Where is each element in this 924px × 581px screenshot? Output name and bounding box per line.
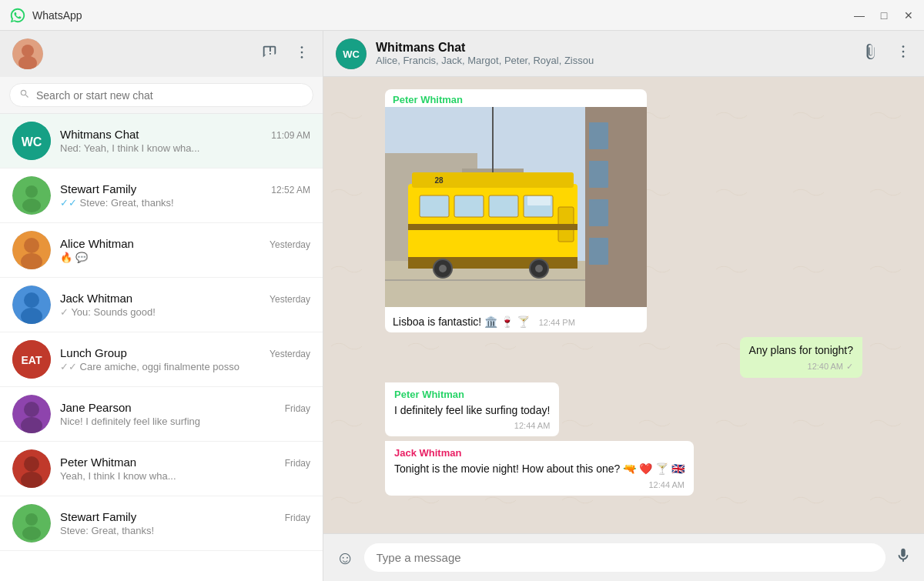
svg-rect-40 (454, 195, 484, 217)
chat-preview: Yeah, I think I know wha... (60, 470, 310, 482)
chat-time: Friday (285, 403, 310, 414)
svg-text:EAT: EAT (22, 354, 42, 366)
maximize-button[interactable]: □ (878, 9, 890, 22)
image-caption: Lisboa is fantastic! 🏛️ 🍷 🍸 12:44 PM (385, 310, 647, 332)
chat-item-lunch-group[interactable]: EAT Lunch Group Yesterday ✓✓ Care amiche… (0, 332, 323, 387)
avatar (12, 231, 51, 269)
svg-rect-56 (589, 238, 608, 265)
svg-point-12 (24, 238, 39, 253)
search-box (9, 83, 313, 107)
user-avatar[interactable] (12, 38, 43, 69)
emoji-button[interactable]: ☺ (336, 547, 355, 569)
chat-name: Alice Whitman (60, 237, 134, 250)
more-options-button[interactable] (895, 43, 912, 64)
svg-rect-43 (527, 196, 551, 205)
chat-time: Friday (285, 513, 310, 523)
message-text: I definitely feel like surfing today! (394, 403, 550, 419)
chat-time: Yesterday (270, 239, 310, 250)
svg-point-15 (24, 292, 39, 308)
svg-point-26 (25, 513, 38, 526)
svg-point-48 (439, 265, 447, 272)
minimize-button[interactable]: — (853, 9, 865, 22)
chat-input-area: ☺ (323, 533, 924, 581)
chat-info: Peter Whitman Friday Yeah, I think I kno… (60, 456, 310, 482)
message-bubble-peter: Peter Whitman I definitely feel like sur… (385, 382, 559, 437)
svg-point-27 (22, 526, 41, 540)
search-input[interactable] (36, 89, 303, 102)
svg-point-5 (301, 56, 303, 58)
chat-item-stewart-family-2[interactable]: Stewart Family Friday Steve: Great, than… (0, 496, 323, 551)
svg-rect-41 (489, 195, 518, 217)
chat-time: 12:52 AM (271, 185, 310, 195)
svg-point-9 (25, 185, 38, 198)
svg-text:WC: WC (343, 48, 360, 60)
messages-area: Peter Whitman (323, 77, 924, 533)
svg-point-3 (301, 46, 303, 48)
message-text: Tonight is the movie night! How about th… (394, 462, 685, 477)
message-bubble-outgoing: Any plans for tonight? 12:40 AM ✓ (740, 337, 862, 378)
svg-rect-54 (589, 161, 608, 188)
svg-rect-45 (408, 224, 578, 230)
sidebar-actions (261, 44, 310, 65)
chat-item-peter-whitman[interactable]: Peter Whitman Friday Yeah, I think I kno… (0, 442, 323, 496)
svg-text:28: 28 (434, 176, 444, 185)
message-meta: 12:44 AM (394, 421, 550, 430)
chat-preview: Steve: Great, thanks! (60, 525, 310, 536)
sidebar-header (0, 31, 323, 77)
chat-preview: ✓✓ Steve: Great, thanks! (60, 197, 310, 209)
chat-item-jane-pearson[interactable]: Jane Pearson Friday Nice! I definitely f… (0, 387, 323, 442)
chat-info: Alice Whitman Yesterday 🔥 💬 (60, 237, 310, 263)
menu-button[interactable] (293, 44, 310, 65)
chat-item-jack-whitman[interactable]: Jack Whitman Yesterday ✓ You: Sounds goo… (0, 278, 323, 332)
group-name: Whitmans Chat (376, 41, 853, 55)
chat-preview: 🔥 💬 (60, 252, 310, 263)
message-sender: Jack Whitman (394, 447, 685, 459)
chat-name: Whitmans Chat (60, 128, 139, 141)
chat-name: Stewart Family (60, 510, 136, 523)
tram-image: 28 (385, 107, 647, 307)
chat-time: Friday (285, 458, 310, 469)
svg-point-13 (21, 253, 42, 269)
svg-point-20 (24, 402, 39, 417)
search-area (0, 77, 323, 114)
chat-header-avatar[interactable]: WC (336, 38, 367, 69)
chat-preview: Nice! I definitely feel like surfing (60, 416, 310, 427)
svg-rect-39 (420, 195, 449, 217)
svg-point-32 (902, 55, 905, 58)
svg-point-21 (21, 417, 42, 433)
search-icon (19, 88, 30, 102)
message-input[interactable] (364, 543, 886, 572)
chat-info: Jane Pearson Friday Nice! I definitely f… (60, 401, 310, 427)
app-title: WhatsApp (32, 9, 853, 22)
svg-point-4 (301, 51, 303, 53)
avatar (12, 285, 51, 324)
titlebar: WhatsApp — □ ✕ (0, 0, 924, 31)
chat-name: Jack Whitman (60, 292, 132, 305)
avatar (12, 504, 51, 543)
chat-time: 11:09 AM (271, 130, 310, 141)
new-chat-button[interactable] (261, 44, 278, 65)
message-bubble-jack: Jack Whitman Tonight is the movie night!… (385, 441, 694, 496)
svg-point-31 (902, 51, 905, 53)
sidebar: WC Whitmans Chat 11:09 AM Ned: Yeah, I t… (0, 31, 323, 581)
whatsapp-logo (9, 7, 26, 24)
avatar (12, 449, 51, 488)
microphone-button[interactable] (895, 547, 912, 569)
svg-point-24 (21, 472, 42, 488)
chat-item-whitmans-chat[interactable]: WC Whitmans Chat 11:09 AM Ned: Yeah, I t… (0, 114, 323, 169)
avatar (12, 176, 51, 215)
attachment-button[interactable] (862, 43, 879, 64)
svg-point-10 (22, 199, 41, 212)
chat-item-alice-whitman[interactable]: Alice Whitman Yesterday 🔥 💬 (0, 223, 323, 278)
svg-point-1 (22, 45, 34, 57)
chat-item-stewart-family[interactable]: Stewart Family 12:52 AM ✓✓ Steve: Great,… (0, 169, 323, 223)
close-button[interactable]: ✕ (902, 9, 915, 22)
chat-preview: Ned: Yeah, I think I know wha... (60, 142, 310, 154)
chat-name: Jane Pearson (60, 401, 132, 414)
svg-text:WC: WC (22, 135, 42, 149)
chat-info: Stewart Family Friday Steve: Great, than… (60, 510, 310, 536)
svg-rect-53 (589, 122, 608, 149)
chat-info: Stewart Family 12:52 AM ✓✓ Steve: Great,… (60, 182, 310, 209)
svg-point-23 (24, 456, 39, 472)
group-members: Alice, Francis, Jack, Margot, Peter, Roy… (376, 55, 853, 66)
